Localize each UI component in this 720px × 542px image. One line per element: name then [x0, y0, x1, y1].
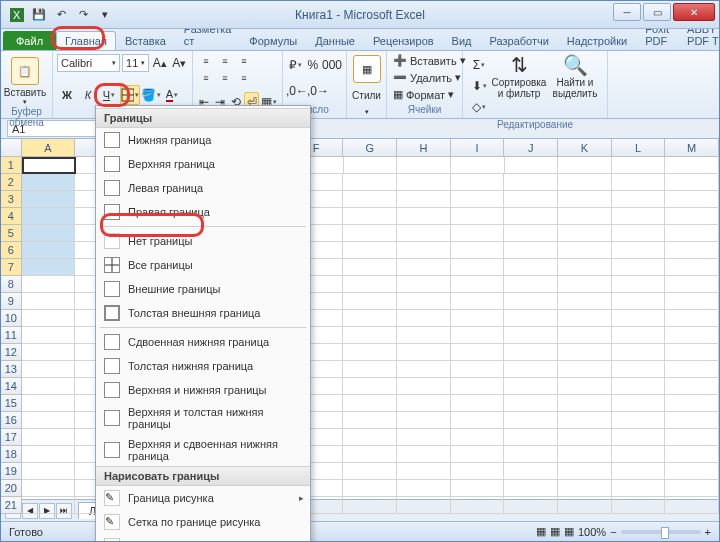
cell[interactable] [451, 208, 505, 225]
cell[interactable] [665, 157, 719, 174]
row-header[interactable]: 7 [1, 259, 22, 276]
clear-button[interactable]: ◇▾ [469, 97, 489, 117]
cell[interactable] [22, 378, 76, 395]
cell[interactable] [343, 395, 397, 412]
dd-left-border[interactable]: Левая граница [96, 176, 310, 200]
dd-double-bottom[interactable]: Сдвоенная нижняя граница [96, 330, 310, 354]
tab-home[interactable]: Главная [56, 31, 116, 50]
tab-addins[interactable]: Надстройки [558, 31, 636, 50]
cell[interactable] [665, 174, 719, 191]
grow-font-icon[interactable]: A▴ [151, 53, 168, 73]
dd-outside-borders[interactable]: Внешние границы [96, 277, 310, 301]
cell[interactable] [343, 463, 397, 480]
cell[interactable] [612, 310, 666, 327]
cell[interactable] [558, 446, 612, 463]
tab-developer[interactable]: Разработчи [481, 31, 558, 50]
cell[interactable] [397, 412, 451, 429]
cell[interactable] [22, 480, 76, 497]
cell[interactable] [451, 344, 505, 361]
cell[interactable] [665, 225, 719, 242]
cell[interactable] [451, 327, 505, 344]
cell[interactable] [504, 361, 558, 378]
cell[interactable] [22, 276, 76, 293]
row-header[interactable]: 19 [1, 463, 22, 480]
cell[interactable] [22, 259, 76, 276]
cell[interactable] [558, 480, 612, 497]
font-color-button[interactable]: A▾ [162, 85, 182, 105]
col-header[interactable]: M [665, 139, 719, 156]
underline-button[interactable]: Ч▾ [99, 85, 119, 105]
cell[interactable] [612, 157, 666, 174]
cell[interactable] [612, 497, 666, 514]
cell[interactable] [397, 208, 451, 225]
cell[interactable] [343, 225, 397, 242]
row-header[interactable]: 8 [1, 276, 22, 293]
cell[interactable] [343, 480, 397, 497]
row-header[interactable]: 18 [1, 446, 22, 463]
dd-all-borders[interactable]: Все границы [96, 253, 310, 277]
row-header[interactable]: 5 [1, 225, 22, 242]
col-header[interactable]: G [343, 139, 397, 156]
row-header[interactable]: 9 [1, 293, 22, 310]
cell[interactable] [397, 157, 451, 174]
cell[interactable] [343, 174, 397, 191]
cell[interactable] [451, 497, 505, 514]
percent-button[interactable]: % [305, 55, 322, 75]
insert-cells-button[interactable]: ➕Вставить ▾ [391, 53, 458, 68]
cell[interactable] [665, 429, 719, 446]
cell[interactable] [612, 378, 666, 395]
cell[interactable] [558, 361, 612, 378]
cell[interactable] [504, 429, 558, 446]
row-header[interactable]: 21 [1, 497, 22, 514]
cell[interactable] [665, 497, 719, 514]
cell[interactable] [612, 191, 666, 208]
cell[interactable] [22, 191, 76, 208]
cell[interactable] [665, 310, 719, 327]
cell[interactable] [665, 480, 719, 497]
cell[interactable] [451, 310, 505, 327]
cell[interactable] [451, 225, 505, 242]
cell[interactable] [558, 191, 612, 208]
font-size-input[interactable]: 11▾ [122, 54, 149, 72]
dd-thick-bottom[interactable]: Толстая нижняя граница [96, 354, 310, 378]
cell[interactable] [665, 361, 719, 378]
cell[interactable] [504, 208, 558, 225]
cell[interactable] [343, 446, 397, 463]
cell[interactable] [504, 412, 558, 429]
cell[interactable] [612, 446, 666, 463]
cell[interactable] [558, 497, 612, 514]
cell[interactable] [22, 446, 76, 463]
cell[interactable] [558, 259, 612, 276]
cell[interactable] [397, 446, 451, 463]
cell[interactable] [22, 344, 76, 361]
dd-top-bottom[interactable]: Верхняя и нижняя границы [96, 378, 310, 402]
cell[interactable] [612, 208, 666, 225]
borders-button[interactable]: ▾ [120, 85, 140, 105]
undo-button[interactable]: ↶ [51, 5, 71, 25]
cell[interactable] [665, 191, 719, 208]
cell[interactable] [504, 259, 558, 276]
cell[interactable] [397, 259, 451, 276]
cell[interactable] [504, 293, 558, 310]
find-select-button[interactable]: 🔍 Найти и выделить [547, 53, 603, 119]
row-header[interactable]: 4 [1, 208, 22, 225]
cell[interactable] [343, 378, 397, 395]
cell[interactable] [558, 157, 612, 174]
cell[interactable] [397, 242, 451, 259]
dd-top-thick-bottom[interactable]: Верхняя и толстая нижняя границы [96, 402, 310, 434]
cell[interactable] [22, 208, 76, 225]
cell[interactable] [665, 327, 719, 344]
cell[interactable] [665, 242, 719, 259]
cell[interactable] [665, 259, 719, 276]
cell[interactable] [397, 361, 451, 378]
cell[interactable] [397, 276, 451, 293]
cell[interactable] [612, 174, 666, 191]
shrink-font-icon[interactable]: A▾ [171, 53, 188, 73]
cell[interactable] [22, 174, 76, 191]
cell[interactable] [22, 412, 76, 429]
cell[interactable] [665, 208, 719, 225]
cell[interactable] [343, 191, 397, 208]
cell[interactable] [451, 361, 505, 378]
cell[interactable] [504, 225, 558, 242]
cell[interactable] [451, 446, 505, 463]
